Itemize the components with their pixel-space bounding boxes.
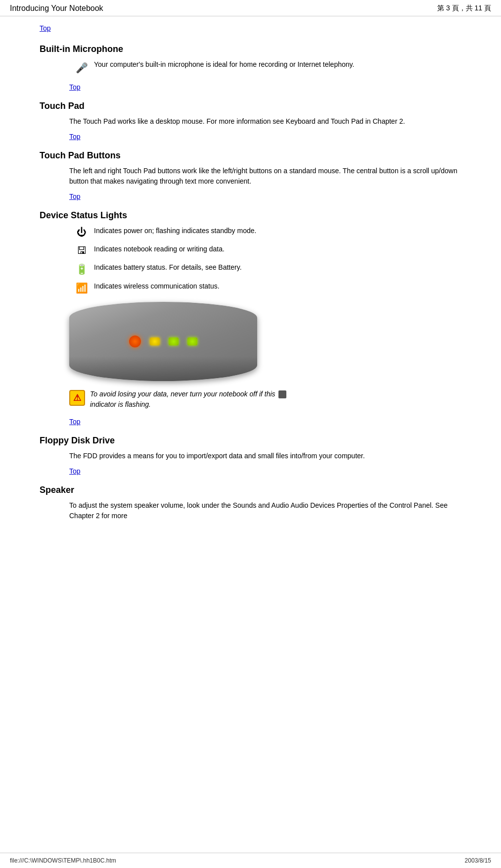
section-speaker: Speaker To adjust the system speaker vol… — [40, 485, 461, 521]
top-link-dsl-wrapper: Top — [69, 416, 461, 431]
footer-date: 2003/8/15 — [465, 857, 491, 864]
status-lights-bar — [129, 336, 197, 347]
section-device-status-lights: Device Status Lights ⏻ Indicates power o… — [40, 210, 461, 431]
status-drive-row: 🖫 Indicates notebook reading or writing … — [69, 244, 461, 256]
heading-touch-pad-buttons: Touch Pad Buttons — [40, 150, 461, 161]
battery-icon: 🔋 — [76, 263, 88, 275]
body-floppy: The FDD provides a means for you to impo… — [69, 451, 461, 461]
top-link-dsl[interactable]: Top — [69, 418, 81, 426]
main-content: Top Built-in Microphone 🎤 Your computer'… — [0, 17, 501, 535]
battery-icon-cell: 🔋 — [69, 262, 94, 275]
status-wireless-row: 📶 Indicates wireless communication statu… — [69, 281, 461, 294]
section-built-in-microphone: Built-in Microphone 🎤 Your computer's bu… — [40, 44, 461, 96]
status-battery-row: 🔋 Indicates battery status. For details,… — [69, 262, 461, 275]
top-link-touchpad-wrapper: Top — [69, 131, 461, 145]
warning-icon: ⚠ — [69, 390, 85, 406]
mic-icon-row: 🎤 Your computer's built-in microphone is… — [69, 59, 461, 75]
heading-speaker: Speaker — [40, 485, 461, 495]
battery-indicator-text: Indicates battery status. For details, s… — [94, 262, 461, 273]
warning-text: To avoid losing your data, never turn yo… — [90, 389, 461, 410]
mic-description: Your computer's built-in microphone is i… — [94, 59, 461, 70]
wireless-indicator-text: Indicates wireless communication status. — [94, 281, 461, 291]
page-header: Introducing Your Notebook 第 3 頁，共 11 頁 — [0, 0, 501, 15]
footer-divider — [0, 853, 501, 853]
page-footer: file:///C:\WINDOWS\TEMP\.hh1B0C.htm 2003… — [10, 857, 491, 864]
footer-file-path: file:///C:\WINDOWS\TEMP\.hh1B0C.htm — [10, 857, 116, 864]
power-icon: ⏻ — [77, 227, 87, 238]
top-link-tpb[interactable]: Top — [69, 193, 81, 200]
page-title: Introducing Your Notebook — [10, 4, 103, 13]
section-touch-pad: Touch Pad The Touch Pad works like a des… — [40, 101, 461, 145]
body-touch-pad-buttons: The left and right Touch Pad buttons wor… — [69, 166, 461, 187]
surface-reflection — [69, 356, 257, 381]
light-battery — [169, 338, 179, 345]
drive-indicator-text: Indicates notebook reading or writing da… — [94, 244, 461, 254]
power-indicator-text: Indicates power on; flashing indicates s… — [94, 226, 461, 236]
section-floppy-disk-drive: Floppy Disk Drive The FDD provides a mea… — [40, 435, 461, 480]
device-status-items: ⏻ Indicates power on; flashing indicates… — [40, 226, 461, 410]
top-link-mic[interactable]: Top — [69, 83, 81, 91]
top-link-fdd[interactable]: Top — [69, 467, 81, 475]
top-link-mic-wrapper: Top — [69, 81, 461, 96]
drive-icon-cell: 🖫 — [69, 244, 94, 256]
pagination: 第 3 頁，共 11 頁 — [437, 4, 491, 13]
microphone-icon: 🎤 — [76, 60, 88, 75]
top-link-initial[interactable]: Top — [40, 24, 51, 32]
drive-icon: 🖫 — [77, 245, 87, 256]
body-built-in-microphone: 🎤 Your computer's built-in microphone is… — [69, 59, 461, 75]
power-icon-cell: ⏻ — [69, 226, 94, 238]
heading-built-in-microphone: Built-in Microphone — [40, 44, 461, 54]
top-link-tpb-wrapper: Top — [69, 191, 461, 205]
heading-device-status: Device Status Lights — [40, 210, 461, 221]
light-power — [129, 336, 141, 347]
header-divider — [0, 16, 501, 16]
light-wireless — [187, 338, 197, 345]
top-link-fdd-wrapper: Top — [69, 465, 461, 480]
body-speaker: To adjust the system speaker volume, loo… — [69, 500, 461, 521]
drive-inline-icon — [278, 390, 286, 398]
top-link-initial-wrapper: Top — [40, 22, 461, 37]
light-power-group — [129, 336, 141, 347]
wireless-icon: 📶 — [76, 282, 88, 294]
top-link-touchpad[interactable]: Top — [69, 133, 81, 141]
heading-touch-pad: Touch Pad — [40, 101, 461, 111]
status-lights-photo — [69, 302, 257, 381]
body-touch-pad: The Touch Pad works like a desktop mouse… — [69, 116, 461, 127]
wireless-icon-cell: 📶 — [69, 281, 94, 294]
status-lights-image-container — [69, 302, 461, 381]
status-power-row: ⏻ Indicates power on; flashing indicates… — [69, 226, 461, 238]
warning-box: ⚠ To avoid losing your data, never turn … — [69, 389, 461, 410]
heading-floppy: Floppy Disk Drive — [40, 435, 461, 446]
mic-icon-cell: 🎤 — [69, 59, 94, 75]
section-touch-pad-buttons: Touch Pad Buttons The left and right Tou… — [40, 150, 461, 205]
light-drive — [150, 338, 160, 345]
